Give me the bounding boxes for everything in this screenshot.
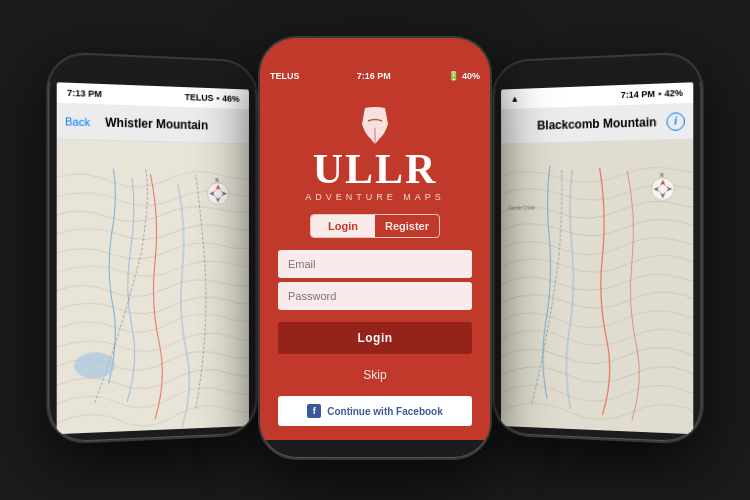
info-button[interactable]: i [666,112,685,131]
center-carrier: TELUS [270,71,300,81]
left-battery-icon: ▪ [216,93,219,103]
register-tab[interactable]: Register [375,215,439,237]
skip-button[interactable]: Skip [278,362,472,388]
right-nav-title: Blackcomb Mountain [528,114,667,132]
left-nav-bar: Back Whistler Mountain [57,103,249,145]
left-status-right: TELUS ▪ 46% [185,92,240,104]
svg-text:Glacier Creek: Glacier Creek [508,205,536,210]
center-notch-area [260,38,490,66]
ullr-beard-icon [350,106,400,144]
phone-right: ▲ 7:14 PM ▪ 42% Blackcomb Mountain i [493,53,701,442]
right-map-svg: Glacier Creek N [501,140,693,435]
login-tab[interactable]: Login [311,215,375,237]
center-status-bar: TELUS 7:16 PM 🔋 40% [260,66,490,86]
right-nav-bar: Blackcomb Mountain i [501,103,693,145]
center-battery-icon: 🔋 [448,71,459,81]
ullr-logo-text: ULLR [305,148,445,190]
left-time: 7:13 PM [67,88,102,99]
ullr-main-screen: ULLR ADVENTURE MAPS Login Register Login… [260,86,490,440]
center-notch [335,38,415,54]
left-carrier: TELUS [185,92,214,103]
center-status-right: 🔋 40% [448,71,480,81]
email-field[interactable] [278,250,472,278]
ullr-subtitle: ADVENTURE MAPS [305,192,445,202]
svg-text:N: N [216,178,219,183]
left-nav-title: Whistler Mountain [90,115,222,133]
right-status-right: 7:14 PM ▪ 42% [621,88,683,100]
left-nav-spacer [222,125,241,126]
right-notch [556,56,635,75]
left-map: N [57,140,249,435]
right-time: 7:14 PM [621,89,655,100]
center-time: 7:16 PM [357,71,391,81]
auth-tabs: Login Register [310,214,440,238]
login-button[interactable]: Login [278,322,472,354]
left-notch [115,56,194,75]
svg-text:N: N [660,173,663,178]
right-nav-spacer [509,125,528,126]
ullr-logo: ULLR ADVENTURE MAPS [305,106,445,202]
phone-left: 7:13 PM TELUS ▪ 46% Back Whistler Mounta… [48,53,256,442]
left-battery: 46% [222,93,239,103]
right-screen: ▲ 7:14 PM ▪ 42% Blackcomb Mountain i [501,82,693,434]
phone-center: TELUS 7:16 PM 🔋 40% [260,38,490,458]
phones-container: 7:13 PM TELUS ▪ 46% Back Whistler Mounta… [0,0,750,500]
password-field[interactable] [278,282,472,310]
facebook-icon: f [307,404,321,418]
left-screen: 7:13 PM TELUS ▪ 46% Back Whistler Mounta… [57,82,249,434]
right-battery-icon: ▪ [658,89,661,99]
facebook-button[interactable]: f Continue with Facebook [278,396,472,426]
center-screen: TELUS 7:16 PM 🔋 40% [260,66,490,458]
facebook-label: Continue with Facebook [327,406,443,417]
right-map: Glacier Creek N [501,140,693,435]
center-battery: 40% [462,71,480,81]
left-map-svg: N [57,140,249,435]
back-button[interactable]: Back [65,115,90,128]
right-battery: 42% [664,88,683,99]
right-wifi-icon: ▲ [511,94,520,104]
